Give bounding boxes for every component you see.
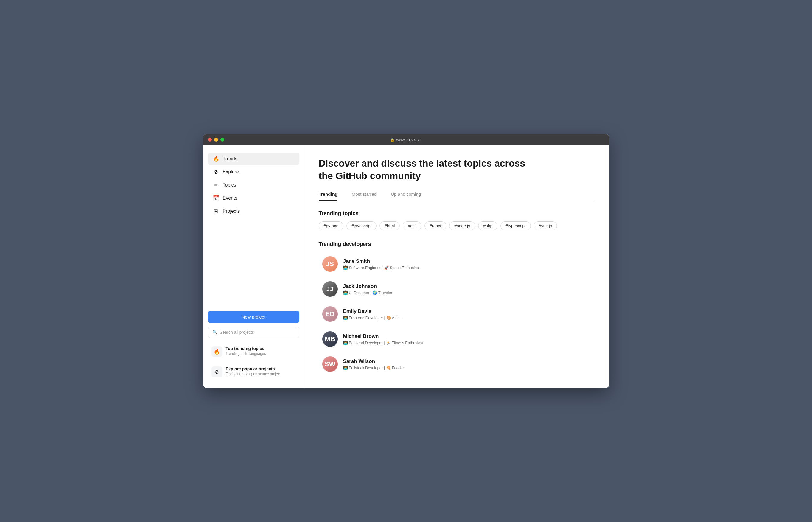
sidebar-item-events[interactable]: 📅 Events	[208, 192, 299, 204]
trending-topics-section: Trending topics #python#javascript#html#…	[319, 210, 595, 230]
trending-topics-title: Trending topics	[319, 210, 595, 217]
tag-javascript[interactable]: #javascript	[346, 221, 377, 230]
page-title: Discover and discuss the latest topics a…	[319, 157, 527, 182]
michael-brown-avatar: MB	[322, 331, 338, 347]
developer-list: JS Jane Smith 👩‍💻 Software Engineer | 🚀 …	[319, 252, 595, 376]
sidebar-item-label: Topics	[223, 182, 236, 188]
sidebar-item-trends[interactable]: 🔥 Trends	[208, 153, 299, 165]
titlebar: 🔒 www.pulse.live	[203, 134, 609, 145]
topics-icon: ≡	[213, 182, 219, 188]
sidebar-item-topics[interactable]: ≡ Topics	[208, 179, 299, 191]
sidebar-item-projects[interactable]: ⊞ Projects	[208, 205, 299, 218]
trending-topics-title: Top trending topics	[226, 346, 266, 351]
trending-topics-icon: 🔥	[211, 346, 222, 357]
maximize-button[interactable]	[220, 138, 224, 142]
jack-johnson-bio: 👨‍💻 UI Designer | 🌍 Traveler	[343, 290, 392, 295]
tag-react[interactable]: #react	[424, 221, 446, 230]
emily-davis-name: Emily Davis	[343, 308, 401, 314]
sarah-wilson-name: Sarah Wilson	[343, 358, 404, 364]
tag-vue.js[interactable]: #vue.js	[534, 221, 557, 230]
popular-projects-icon: ⊘	[211, 366, 222, 377]
jane-smith-avatar: JS	[322, 256, 338, 272]
tab-most-starred[interactable]: Most starred	[352, 192, 377, 201]
sidebar-card-popular-projects[interactable]: ⊘ Explore popular projects Find your nex…	[208, 363, 299, 381]
tag-typescript[interactable]: #typescript	[501, 221, 531, 230]
jane-smith-bio: 👩‍💻 Software Engineer | 🚀 Space Enthusia…	[343, 265, 420, 270]
search-input-container[interactable]: 🔍 Search all projects	[208, 326, 299, 338]
jack-johnson-name: Jack Johnson	[343, 283, 392, 289]
tab-trending[interactable]: Trending	[319, 192, 338, 201]
main-content: Discover and discuss the latest topics a…	[304, 145, 609, 388]
new-project-button[interactable]: New project	[208, 311, 299, 323]
lock-icon: 🔒	[390, 138, 395, 142]
sidebar-cards: 🔥 Top trending topics Trending in 15 lan…	[208, 343, 299, 381]
browser-window: 🔒 www.pulse.live 🔥 Trends ⊘ Explore ≡ To…	[203, 134, 609, 388]
sidebar-item-label: Trends	[223, 156, 238, 161]
sarah-wilson-avatar: SW	[322, 356, 338, 372]
developer-item-michael-brown[interactable]: MB Michael Brown 👨‍💻 Backend Developer |…	[319, 327, 595, 351]
traffic-lights	[208, 138, 224, 142]
trending-developers-section: Trending developers JS Jane Smith 👩‍💻 So…	[319, 241, 595, 376]
sidebar-item-explore[interactable]: ⊘ Explore	[208, 166, 299, 178]
jack-johnson-avatar: JJ	[322, 281, 338, 297]
projects-icon: ⊞	[213, 208, 219, 215]
tag-css[interactable]: #css	[403, 221, 422, 230]
explore-icon: ⊘	[213, 169, 219, 175]
michael-brown-name: Michael Brown	[343, 334, 424, 339]
popular-projects-subtitle: Find your next open source project	[226, 372, 281, 376]
url-bar[interactable]: 🔒 www.pulse.live	[390, 137, 422, 142]
sidebar-item-label: Events	[223, 196, 238, 201]
popular-projects-title: Explore popular projects	[226, 366, 281, 371]
tag-python[interactable]: #python	[319, 221, 344, 230]
tabs: TrendingMost starredUp and coming	[319, 192, 595, 201]
url-text: www.pulse.live	[396, 137, 422, 142]
tag-node.js[interactable]: #node.js	[449, 221, 475, 230]
michael-brown-bio: 👨‍💻 Backend Developer | 🏃 Fitness Enthus…	[343, 341, 424, 345]
tags-container: #python#javascript#html#css#react#node.j…	[319, 221, 595, 230]
trending-topics-subtitle: Trending in 15 languages	[226, 352, 266, 356]
tag-php[interactable]: #php	[478, 221, 498, 230]
jane-smith-name: Jane Smith	[343, 258, 420, 264]
search-icon: 🔍	[212, 330, 218, 335]
close-button[interactable]	[208, 138, 212, 142]
nav-items: 🔥 Trends ⊘ Explore ≡ Topics 📅 Events ⊞ P…	[208, 153, 299, 311]
developer-item-sarah-wilson[interactable]: SW Sarah Wilson 👩‍💻 Fullstack Developer …	[319, 352, 595, 376]
sidebar-item-label: Projects	[223, 208, 240, 214]
events-icon: 📅	[213, 195, 219, 201]
trends-icon: 🔥	[213, 156, 219, 162]
developer-item-jack-johnson[interactable]: JJ Jack Johnson 👨‍💻 UI Designer | 🌍 Trav…	[319, 277, 595, 301]
developer-item-jane-smith[interactable]: JS Jane Smith 👩‍💻 Software Engineer | 🚀 …	[319, 252, 595, 276]
sarah-wilson-bio: 👩‍💻 Fullstack Developer | 🍕 Foodie	[343, 366, 404, 370]
emily-davis-bio: 👩‍💻 Frontend Developer | 🎨 Artist	[343, 316, 401, 320]
trending-developers-title: Trending developers	[319, 241, 595, 247]
tab-up-and-coming[interactable]: Up and coming	[391, 192, 421, 201]
sidebar-bottom: New project 🔍 Search all projects 🔥 Top …	[208, 311, 299, 381]
developer-item-emily-davis[interactable]: ED Emily Davis 👩‍💻 Frontend Developer | …	[319, 302, 595, 326]
tag-html[interactable]: #html	[380, 221, 400, 230]
sidebar-item-label: Explore	[223, 169, 239, 175]
search-input-placeholder: Search all projects	[220, 330, 254, 335]
sidebar-card-trending-topics[interactable]: 🔥 Top trending topics Trending in 15 lan…	[208, 343, 299, 361]
app-body: 🔥 Trends ⊘ Explore ≡ Topics 📅 Events ⊞ P…	[203, 145, 609, 388]
minimize-button[interactable]	[214, 138, 218, 142]
sidebar: 🔥 Trends ⊘ Explore ≡ Topics 📅 Events ⊞ P…	[203, 145, 304, 388]
emily-davis-avatar: ED	[322, 306, 338, 322]
